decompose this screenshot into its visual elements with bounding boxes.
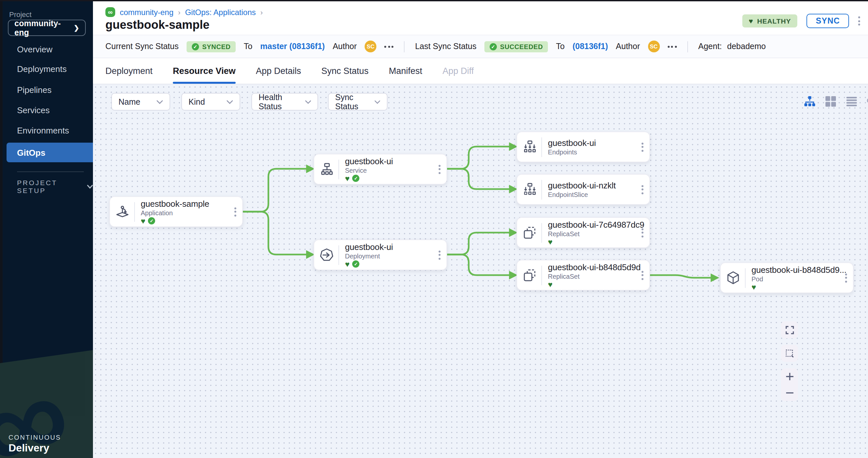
- fullscreen-button[interactable]: [781, 321, 798, 338]
- more-options-icon[interactable]: [668, 45, 677, 47]
- node-card-deployment[interactable]: guestbook-ui Deployment ♥ ✓: [314, 239, 447, 270]
- healthy-heart-icon: ♥: [548, 238, 553, 246]
- current-sync-label: Current Sync Status: [105, 42, 179, 51]
- sync-button[interactable]: SYNC: [807, 14, 849, 28]
- author-avatar[interactable]: SC: [365, 40, 376, 52]
- filter-kind[interactable]: Kind: [181, 93, 240, 110]
- filter-health-status[interactable]: Health Status: [251, 93, 318, 110]
- tab-bar: Deployment Resource View App Details Syn…: [93, 58, 868, 84]
- chevron-right-icon: ❯: [74, 24, 79, 31]
- filter-label: Kind: [188, 97, 205, 106]
- gitops-icon: ∞: [105, 7, 115, 17]
- node-menu-button[interactable]: [642, 185, 644, 194]
- replicaset-icon: [517, 224, 541, 241]
- project-name: community-eng: [14, 19, 74, 37]
- synced-badge: ✓ SYNCED: [187, 41, 236, 52]
- node-card-endpointslice[interactable]: guestbook-ui-nzklt EndpointSlice: [517, 174, 650, 205]
- zoom-out-button[interactable]: [781, 386, 798, 400]
- node-menu-button[interactable]: [439, 165, 440, 174]
- page-title: guestbook-sample: [105, 18, 210, 32]
- window-edge: [0, 0, 868, 1]
- selection-tool-button[interactable]: [781, 345, 798, 362]
- tab-app-details[interactable]: App Details: [256, 58, 301, 84]
- node-title: guestbook-ui-nzklt: [548, 181, 649, 190]
- grid-view-icon[interactable]: [825, 96, 837, 107]
- divider: [687, 41, 688, 52]
- list-view-icon[interactable]: [846, 96, 858, 107]
- chevron-down-icon: [374, 100, 380, 104]
- zoom-in-button[interactable]: [781, 369, 798, 384]
- sidebar-item-deployments[interactable]: Deployments: [17, 64, 67, 77]
- node-title: guestbook-ui: [548, 138, 649, 148]
- sync-status-bar: Current Sync Status ✓ SYNCED To master (…: [93, 35, 868, 58]
- health-status-badge: ♥ HEALTHY: [742, 14, 797, 28]
- filter-label: Name: [119, 97, 141, 106]
- author-avatar[interactable]: SC: [648, 40, 659, 52]
- node-menu-button[interactable]: [642, 270, 644, 280]
- view-mode-switcher: [804, 96, 868, 107]
- node-menu-button[interactable]: [642, 142, 644, 152]
- node-title: guestbook-ui-b848d5d9d: [548, 262, 649, 272]
- node-card-replicaset-2[interactable]: guestbook-ui-b848d5d9d ReplicaSet ♥: [517, 260, 650, 291]
- healthy-heart-icon: ♥: [345, 260, 349, 268]
- node-menu-button[interactable]: [642, 228, 644, 237]
- node-kind: Deployment: [345, 252, 446, 259]
- agent-name: debademo: [727, 42, 766, 51]
- sidebar-item-services[interactable]: Services: [17, 105, 50, 119]
- tree-view-icon[interactable]: [804, 96, 816, 107]
- breadcrumb-project-link[interactable]: community-eng: [120, 7, 174, 17]
- node-card-replicaset-1[interactable]: guestbook-ui-7c64987dc9 ReplicaSet ♥: [517, 217, 650, 248]
- check-circle-icon: ✓: [490, 43, 497, 50]
- node-title: guestbook-ui-7c64987dc9: [548, 220, 649, 229]
- node-menu-button[interactable]: [234, 207, 236, 216]
- tab-sync-status[interactable]: Sync Status: [321, 58, 369, 84]
- tab-deployment[interactable]: Deployment: [105, 58, 153, 84]
- node-card-service[interactable]: guestbook-ui Service ♥ ✓: [314, 154, 447, 185]
- sidebar-item-pipelines[interactable]: Pipelines: [17, 85, 52, 98]
- last-sync-label: Last Sync Status: [415, 42, 476, 51]
- more-options-icon[interactable]: [384, 45, 394, 47]
- filter-name[interactable]: Name: [111, 93, 170, 110]
- node-kind: ReplicaSet: [548, 272, 649, 280]
- sidebar-item-gitops[interactable]: GitOps: [6, 143, 93, 162]
- node-menu-button[interactable]: [439, 250, 440, 259]
- node-card-pod[interactable]: guestbook-ui-b848d5d9... Pod ♥: [720, 262, 854, 293]
- cluster-view-icon[interactable]: [867, 96, 868, 107]
- project-selector[interactable]: community-eng ❯: [8, 20, 86, 36]
- project-setup-label: PROJECT SETUP: [17, 178, 81, 194]
- service-icon: [314, 161, 338, 177]
- zoom-controls: [781, 368, 798, 401]
- node-title: guestbook-ui: [345, 242, 446, 252]
- breadcrumb: ∞ community-eng › GitOps: Applications ›: [105, 7, 263, 17]
- current-revision-link[interactable]: master (08136f1): [260, 42, 325, 51]
- sidebar-item-environments[interactable]: Environments: [17, 126, 69, 139]
- main-area: ∞ community-eng › GitOps: Applications ›…: [93, 0, 868, 458]
- tab-app-diff[interactable]: App Diff: [442, 58, 474, 84]
- last-revision-link[interactable]: (08136f1): [572, 42, 608, 51]
- healthy-heart-icon: ♥: [751, 283, 756, 291]
- node-card-application[interactable]: guestbook-sample Application ♥ ✓: [109, 196, 243, 227]
- module-name: Delivery: [8, 442, 50, 454]
- node-title: guestbook-ui-b848d5d9...: [751, 265, 853, 274]
- node-kind: Endpoints: [548, 149, 649, 156]
- node-card-endpoints[interactable]: guestbook-ui Endpoints: [517, 132, 650, 162]
- node-kind: Application: [141, 209, 242, 216]
- succeeded-badge: ✓ SUCCEEDED: [485, 41, 548, 52]
- deployment-icon: [314, 246, 338, 263]
- tab-manifest[interactable]: Manifest: [389, 58, 422, 84]
- heart-icon: ♥: [748, 17, 753, 25]
- endpoints-icon: [517, 138, 541, 155]
- filter-sync-status[interactable]: Sync Status: [328, 93, 388, 110]
- breadcrumb-section-link[interactable]: GitOps: Applications: [185, 7, 256, 17]
- sidebar-item-overview[interactable]: Overview: [17, 44, 52, 58]
- module-branding: ∞ CONTINUOUS Delivery: [0, 350, 93, 458]
- node-menu-button[interactable]: [845, 273, 847, 282]
- chevron-down-icon: [156, 100, 163, 104]
- tab-resource-view[interactable]: Resource View: [173, 58, 236, 84]
- project-setup-toggle[interactable]: PROJECT SETUP: [17, 178, 93, 194]
- app-menu-button[interactable]: [858, 17, 860, 26]
- resource-tree-canvas[interactable]: Name Kind Health Status Sync Status: [93, 84, 868, 458]
- module-eyebrow: CONTINUOUS: [8, 434, 61, 441]
- author-label: Author: [616, 42, 640, 51]
- filter-label: Health Status: [258, 93, 305, 111]
